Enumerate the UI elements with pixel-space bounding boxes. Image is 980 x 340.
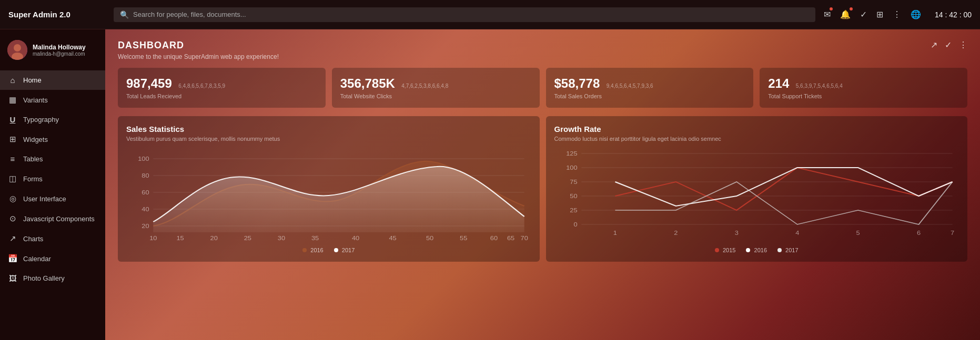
sales-chart-title: Sales Statistics	[126, 125, 531, 133]
legend-2016-growth: 2016	[746, 247, 767, 253]
svg-text:5: 5	[856, 230, 860, 235]
stat-label-sales: Total Sales Orders	[554, 93, 745, 99]
svg-text:75: 75	[570, 179, 577, 184]
legend-dot-2015	[715, 248, 719, 252]
svg-text:1: 1	[613, 230, 617, 235]
stat-value-leads: 987,459 6,4,8,6,5,6,7,8,3,5,9	[126, 76, 317, 91]
legend-dot-2016	[302, 248, 307, 252]
sidebar-item-forms[interactable]: ◫ Forms	[0, 169, 105, 189]
growth-chart-card: Growth Rate Commodo luctus nisi erat por…	[546, 116, 968, 262]
gallery-icon: 🖼	[7, 274, 18, 283]
stat-card-clicks: 356,785K 4,7,6,2,5,3,8,6,6,4,8 Total Web…	[332, 68, 540, 108]
widgets-icon: ⊞	[7, 135, 18, 144]
search-icon: 🔍	[120, 11, 129, 19]
dashboard-title-block: DASHBOARD Welcome to the unique SuperAdm…	[118, 40, 279, 60]
legend-2016: 2016	[302, 247, 324, 253]
svg-text:125: 125	[566, 151, 577, 156]
svg-text:50: 50	[426, 235, 433, 241]
svg-text:10: 10	[149, 235, 157, 241]
user-info: Malinda Holloway malinda-h@gmail.com	[33, 44, 86, 57]
stat-label-support: Total Support Tickets	[768, 93, 959, 99]
legend-dot-2016-growth	[746, 248, 750, 252]
check-icon[interactable]: ✓	[860, 9, 867, 19]
mail-icon[interactable]: ✉	[824, 9, 831, 19]
stat-label-leads: Total Leads Recieved	[126, 93, 317, 99]
svg-text:3: 3	[734, 230, 738, 235]
sidebar-item-gallery[interactable]: 🖼 Photo Gallery	[0, 269, 105, 288]
legend-dot-2017	[334, 248, 338, 252]
growth-chart-svg: 125 100 75 50 25 0 1 2	[554, 148, 959, 243]
sidebar-item-variants[interactable]: ▦ Variants	[0, 90, 105, 110]
svg-text:55: 55	[460, 235, 467, 241]
sidebar-item-widgets[interactable]: ⊞ Widgets	[0, 129, 105, 149]
sidebar-label-jscomp: Javascript Components	[23, 215, 95, 223]
sidebar-item-ui[interactable]: ◎ User Interface	[0, 189, 105, 209]
dots-menu-icon[interactable]: ⋮	[893, 9, 901, 19]
sales-chart-card: Sales Statistics Vestibulum purus quam s…	[118, 116, 540, 262]
stat-value-support: 214 5,6,3,9,7,5,4,6,5,6,4	[768, 76, 959, 91]
svg-text:100: 100	[566, 165, 577, 170]
dashboard-subtitle: Welcome to the unique SuperAdmin web app…	[118, 53, 279, 60]
svg-text:4: 4	[795, 230, 800, 235]
sidebar-item-home[interactable]: ⌂ Home	[0, 70, 105, 90]
svg-text:2: 2	[674, 230, 678, 235]
sidebar-label-calendar: Calendar	[23, 255, 51, 263]
dashboard-header: DASHBOARD Welcome to the unique SuperAdm…	[105, 29, 980, 68]
stat-card-support: 214 5,6,3,9,7,5,4,6,5,6,4 Total Support …	[760, 68, 967, 108]
search-input[interactable]	[133, 11, 809, 18]
check-mark-icon[interactable]: ✓	[945, 40, 952, 50]
globe-icon[interactable]: 🌐	[911, 9, 921, 19]
more-icon[interactable]: ⋮	[959, 40, 967, 50]
dashboard-title: DASHBOARD	[118, 40, 279, 51]
stat-label-clicks: Total Website Clicks	[340, 93, 531, 99]
svg-text:50: 50	[570, 193, 577, 199]
variants-icon: ▦	[7, 95, 18, 105]
tables-icon: ≡	[7, 154, 18, 163]
trend-icon[interactable]: ↗	[931, 40, 937, 50]
sidebar-label-typography: Typography	[23, 116, 59, 123]
stat-card-leads: 987,459 6,4,8,6,5,6,7,8,3,5,9 Total Lead…	[118, 68, 326, 108]
stat-value-clicks: 356,785K 4,7,6,2,5,3,8,6,6,4,8	[340, 76, 531, 91]
sidebar-item-typography[interactable]: U Typography	[0, 110, 105, 129]
main-layout: Malinda Holloway malinda-h@gmail.com ⌂ H…	[0, 29, 980, 340]
svg-text:30: 30	[278, 235, 285, 241]
sidebar-item-charts[interactable]: ↗ Charts	[0, 229, 105, 249]
sidebar-item-jscomp[interactable]: ⊙ Javascript Components	[0, 209, 105, 229]
sidebar-label-ui: User Interface	[23, 195, 66, 203]
sidebar-item-calendar[interactable]: 📅 Calendar	[0, 249, 105, 269]
forms-icon: ◫	[7, 174, 18, 183]
legend-2017: 2017	[334, 247, 355, 253]
search-bar[interactable]: 🔍	[114, 7, 815, 22]
svg-text:60: 60	[142, 190, 149, 195]
user-name: Malinda Holloway	[33, 44, 86, 51]
sales-chart-subtitle: Vestibulum purus quam scelerisque, molli…	[126, 136, 531, 142]
charts-row: Sales Statistics Vestibulum purus quam s…	[105, 116, 980, 270]
bell-icon[interactable]: 🔔	[840, 9, 851, 19]
svg-text:25: 25	[244, 235, 251, 241]
grid-icon[interactable]: ⊞	[876, 9, 883, 19]
svg-text:65: 65	[507, 235, 514, 241]
sidebar-label-tables: Tables	[23, 155, 43, 163]
stat-card-sales: $58,778 9,4,6,5,6,4,5,7,9,3,6 Total Sale…	[546, 68, 754, 108]
typography-icon: U	[7, 115, 18, 124]
svg-text:0: 0	[573, 222, 577, 227]
sidebar-item-tables[interactable]: ≡ Tables	[0, 149, 105, 169]
svg-text:70: 70	[521, 235, 528, 241]
sidebar-label-forms: Forms	[23, 175, 43, 183]
svg-text:100: 100	[138, 156, 149, 161]
legend-2017-growth: 2017	[777, 247, 799, 253]
growth-chart-title: Growth Rate	[554, 125, 959, 133]
sidebar: Malinda Holloway malinda-h@gmail.com ⌂ H…	[0, 29, 105, 340]
growth-chart-legend: 2015 2016 2017	[554, 247, 959, 253]
svg-text:6: 6	[916, 230, 920, 235]
growth-chart-subtitle: Commodo luctus nisi erat porttitor ligul…	[554, 136, 959, 142]
svg-text:40: 40	[352, 235, 359, 241]
home-icon: ⌂	[7, 76, 18, 85]
growth-chart-container: 125 100 75 50 25 0 1 2	[554, 148, 959, 243]
sidebar-label-gallery: Photo Gallery	[23, 274, 65, 282]
avatar	[7, 40, 27, 60]
sales-chart-legend: 2016 2017	[126, 247, 531, 253]
jscomp-icon: ⊙	[7, 214, 18, 223]
stat-value-sales: $58,778 9,4,6,5,6,4,5,7,9,3,6	[554, 76, 745, 91]
ui-icon: ◎	[7, 194, 18, 203]
